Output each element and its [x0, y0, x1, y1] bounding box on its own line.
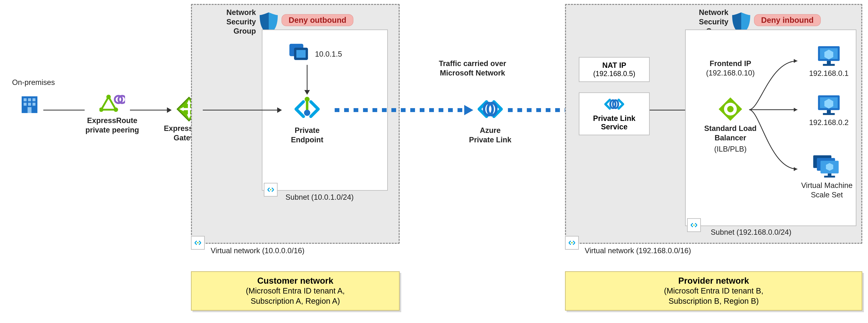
- nat-ip-card: NAT IP (192.168.0.5): [579, 57, 650, 82]
- vm1: 192.168.0.1: [803, 45, 855, 78]
- svg-rect-25: [296, 50, 306, 58]
- customer-footer: Customer network (Microsoft Entra ID ten…: [191, 271, 400, 311]
- arrow-nic-pe: [304, 90, 310, 95]
- private-endpoint-label: Private Endpoint: [291, 126, 323, 144]
- customer-footer-title: Customer network: [199, 276, 391, 286]
- svg-rect-3: [32, 98, 35, 101]
- svg-rect-6: [32, 103, 35, 106]
- azure-private-link-icon: [475, 94, 505, 124]
- azure-private-link-label: Azure Private Link: [469, 126, 511, 144]
- traffic-label: Traffic carried over Microsoft Network: [417, 59, 528, 78]
- customer-footer-sub: (Microsoft Entra ID tenant A, Subscripti…: [199, 286, 391, 306]
- svg-marker-40: [794, 108, 797, 112]
- svg-point-22: [270, 189, 271, 190]
- nic-icon: [289, 43, 311, 63]
- connector-onprem-er: [43, 110, 85, 110]
- svg-rect-7: [28, 107, 31, 113]
- svg-point-27: [305, 97, 310, 102]
- svg-point-28: [304, 110, 310, 116]
- svg-point-10: [114, 108, 118, 112]
- nat-ip-value: (192.168.0.5): [583, 70, 645, 78]
- customer-vnet-badge: [191, 236, 205, 250]
- vm-icon: [817, 45, 841, 67]
- private-endpoint: Private Endpoint: [281, 94, 333, 144]
- vmss-label: Virtual Machine Scale Set: [801, 181, 852, 200]
- svg-marker-39: [794, 59, 797, 63]
- customer-subnet-caption: Subnet (10.0.1.0/24): [285, 193, 353, 202]
- expressroute-peering: ExpressRoute private peering: [81, 94, 144, 135]
- svg-rect-4: [24, 103, 27, 106]
- private-link-service-icon: [602, 95, 626, 113]
- vmss: Virtual Machine Scale Set: [797, 155, 857, 200]
- svg-point-35: [693, 224, 694, 226]
- deny-inbound-pill: Deny inbound: [754, 14, 821, 26]
- expressroute-peering-icon: [99, 94, 125, 114]
- provider-footer-title: Provider network: [574, 276, 854, 286]
- svg-rect-50: [827, 110, 831, 113]
- svg-rect-1: [24, 98, 27, 101]
- svg-point-21: [198, 242, 199, 243]
- slb-sub: (ILB/PLB): [714, 144, 747, 154]
- vm-icon: [817, 94, 841, 116]
- svg-rect-57: [824, 176, 835, 178]
- pls-label: Private Link Service: [583, 114, 645, 131]
- svg-rect-2: [28, 98, 31, 101]
- svg-rect-46: [823, 64, 835, 66]
- provider-footer: Provider network (Microsoft Entra ID ten…: [565, 271, 862, 311]
- connector-nic-pe: [307, 65, 308, 91]
- nsg-customer-label: Network Security Group: [201, 8, 256, 36]
- arrow-gw-pe: [277, 107, 282, 113]
- provider-vnet-badge: [565, 236, 579, 250]
- connector-gw-pe: [203, 110, 278, 110]
- load-balancer-icon: [718, 96, 743, 122]
- provider-subnet-caption: Subnet (192.168.0.0/24): [711, 228, 792, 237]
- svg-point-9: [106, 95, 111, 99]
- svg-point-38: [727, 106, 734, 112]
- traffic-apl-pls: [508, 108, 573, 112]
- on-premises-text: On-premises: [6, 78, 61, 87]
- provider-vnet-caption: Virtual network (192.168.0.0/16): [585, 246, 691, 256]
- on-premises-label: On-premises: [6, 78, 61, 87]
- deny-outbound-pill: Deny outbound: [281, 14, 353, 26]
- svg-rect-45: [827, 61, 831, 64]
- vm1-ip: 192.168.0.1: [809, 69, 849, 78]
- nat-ip-title: NAT IP: [583, 61, 645, 70]
- traffic-pe-apl: [335, 108, 465, 112]
- provider-footer-sub: (Microsoft Entra ID tenant B, Subscripti…: [574, 286, 854, 306]
- svg-rect-56: [828, 173, 831, 176]
- expressroute-peering-label: ExpressRoute private peering: [86, 116, 139, 135]
- svg-marker-41: [794, 167, 797, 171]
- customer-vnet-caption: Virtual network (10.0.0.0/16): [211, 246, 305, 256]
- private-endpoint-icon: [292, 94, 322, 124]
- vm2: 192.168.0.2: [803, 94, 855, 128]
- svg-rect-51: [823, 113, 835, 115]
- svg-point-32: [572, 242, 573, 243]
- nic-ip-text: 10.0.1.5: [315, 49, 342, 59]
- svg-rect-5: [28, 103, 31, 106]
- azure-private-link: Azure Private Link: [459, 94, 522, 144]
- building-icon: [18, 93, 41, 116]
- private-link-service-card: Private Link Service: [579, 93, 650, 135]
- provider-subnet-badge: [687, 218, 701, 232]
- vm2-ip: 192.168.0.2: [809, 118, 849, 128]
- customer-subnet-badge: [264, 183, 278, 196]
- vmss-icon: [813, 155, 841, 179]
